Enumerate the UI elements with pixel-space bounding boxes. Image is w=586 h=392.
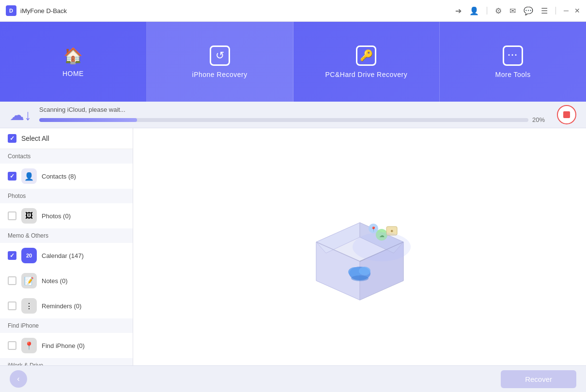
svg-text:📍: 📍 bbox=[370, 226, 377, 232]
app-logo: D bbox=[6, 5, 16, 16]
right-panel: ☁ ✦ 📍 bbox=[133, 128, 586, 365]
contacts-icon: 👤 bbox=[21, 168, 37, 184]
select-all-row[interactable]: Select All bbox=[0, 128, 133, 149]
svg-point-17 bbox=[353, 232, 411, 261]
list-item-notes[interactable]: 📝 Notes (0) bbox=[0, 268, 133, 293]
progress-status-text: Scanning iCloud, please wait... bbox=[39, 106, 549, 113]
contacts-label: Contacts (8) bbox=[42, 173, 76, 180]
nav-iphone-recovery-label: iPhone Recovery bbox=[192, 71, 247, 78]
progress-content: Scanning iCloud, please wait... 20% bbox=[39, 106, 549, 123]
title-bar-right: ➔ 👤 ⚙ ✉ 💬 ☰ ─ ✕ bbox=[455, 6, 580, 15]
list-item-contacts[interactable]: 👤 Contacts (8) bbox=[0, 164, 133, 189]
category-memo: Memo & Others bbox=[0, 228, 133, 243]
app-name: iMyFone D-Back bbox=[20, 7, 67, 15]
sidebar: Select All Contacts 👤 Contacts (8) Photo… bbox=[0, 128, 133, 365]
nav-home-label: HOME bbox=[62, 70, 84, 77]
calendar-label: Calendar (147) bbox=[42, 252, 84, 259]
main-content: Select All Contacts 👤 Contacts (8) Photo… bbox=[0, 128, 586, 365]
progress-row: 20% bbox=[39, 116, 549, 123]
nav-more-tools[interactable]: ··· More Tools bbox=[440, 22, 586, 102]
checkbox-calendar[interactable] bbox=[8, 251, 16, 260]
user-icon[interactable]: 👤 bbox=[469, 6, 479, 15]
progress-area: ☁↓ Scanning iCloud, please wait... 20% bbox=[0, 102, 586, 128]
progress-percent: 20% bbox=[532, 116, 549, 123]
category-iwork-drive: iWork & Drive bbox=[0, 358, 133, 365]
nav-more-tools-label: More Tools bbox=[495, 71, 531, 78]
category-photos: Photos bbox=[0, 189, 133, 203]
stop-icon bbox=[563, 111, 570, 118]
separator2 bbox=[555, 7, 556, 15]
calendar-icon: 20 bbox=[21, 248, 37, 263]
title-bar: D iMyFone D-Back ➔ 👤 ⚙ ✉ 💬 ☰ ─ ✕ bbox=[0, 0, 586, 22]
separator bbox=[487, 7, 487, 15]
bottom-bar: ‹ Recover bbox=[0, 365, 586, 392]
list-item-reminders[interactable]: ⋮ Reminders (0) bbox=[0, 293, 133, 318]
home-icon: 🏠 bbox=[63, 46, 83, 65]
title-bar-left: D iMyFone D-Back bbox=[6, 5, 67, 16]
select-all-label: Select All bbox=[21, 135, 49, 142]
photos-label: Photos (0) bbox=[42, 212, 71, 220]
notes-icon: 📝 bbox=[21, 273, 37, 288]
settings-icon[interactable]: ⚙ bbox=[495, 6, 502, 15]
nav-pc-recovery[interactable]: 🔑 PC&Hard Drive Recovery bbox=[293, 22, 440, 102]
list-item-calendar[interactable]: 20 Calendar (147) bbox=[0, 243, 133, 268]
mail-icon[interactable]: ✉ bbox=[509, 6, 516, 15]
stop-button[interactable] bbox=[557, 105, 576, 124]
notes-label: Notes (0) bbox=[42, 277, 67, 285]
box-illustration: ☁ ✦ 📍 bbox=[292, 184, 428, 310]
minimize-button[interactable]: ─ bbox=[564, 7, 569, 15]
nav-bar: 🏠 HOME ↺ iPhone Recovery 🔑 PC&Hard Drive… bbox=[0, 22, 586, 102]
select-all-checkbox[interactable] bbox=[8, 134, 16, 143]
pc-recovery-icon: 🔑 bbox=[356, 45, 376, 66]
iphone-recovery-icon: ↺ bbox=[210, 45, 230, 66]
close-button[interactable]: ✕ bbox=[574, 7, 580, 15]
find-iphone-label: Find iPhone (0) bbox=[42, 342, 85, 349]
more-tools-icon: ··· bbox=[503, 45, 523, 66]
checkbox-find-iphone[interactable] bbox=[8, 341, 16, 350]
category-find-iphone: Find iPhone bbox=[0, 318, 133, 333]
progress-bar-fill bbox=[39, 118, 137, 122]
cloud-download-icon: ☁↓ bbox=[10, 106, 31, 123]
category-contacts: Contacts bbox=[0, 149, 133, 164]
chat-icon[interactable]: 💬 bbox=[524, 6, 533, 15]
svg-text:✦: ✦ bbox=[390, 228, 394, 234]
nav-pc-recovery-label: PC&Hard Drive Recovery bbox=[325, 71, 408, 78]
menu-icon[interactable]: ☰ bbox=[541, 6, 548, 15]
find-iphone-icon: 📍 bbox=[21, 338, 37, 353]
progress-bar-container bbox=[39, 118, 528, 122]
window-controls: ─ ✕ bbox=[564, 7, 580, 15]
list-item-photos[interactable]: 🖼 Photos (0) bbox=[0, 203, 133, 228]
reminders-icon: ⋮ bbox=[21, 298, 37, 314]
recover-button[interactable]: Recover bbox=[501, 370, 576, 388]
list-item-find-iphone[interactable]: 📍 Find iPhone (0) bbox=[0, 333, 133, 358]
back-button[interactable]: ‹ bbox=[10, 370, 27, 388]
photos-icon: 🖼 bbox=[21, 208, 37, 224]
checkbox-contacts[interactable] bbox=[8, 172, 16, 181]
svg-point-9 bbox=[359, 267, 370, 275]
checkbox-reminders[interactable] bbox=[8, 302, 16, 310]
reminders-label: Reminders (0) bbox=[42, 302, 81, 310]
svg-point-10 bbox=[351, 275, 369, 281]
checkbox-notes[interactable] bbox=[8, 276, 16, 285]
share-icon[interactable]: ➔ bbox=[455, 6, 462, 15]
checkbox-photos[interactable] bbox=[8, 211, 16, 220]
nav-iphone-recovery[interactable]: ↺ iPhone Recovery bbox=[147, 22, 293, 102]
nav-home[interactable]: 🏠 HOME bbox=[0, 22, 147, 102]
